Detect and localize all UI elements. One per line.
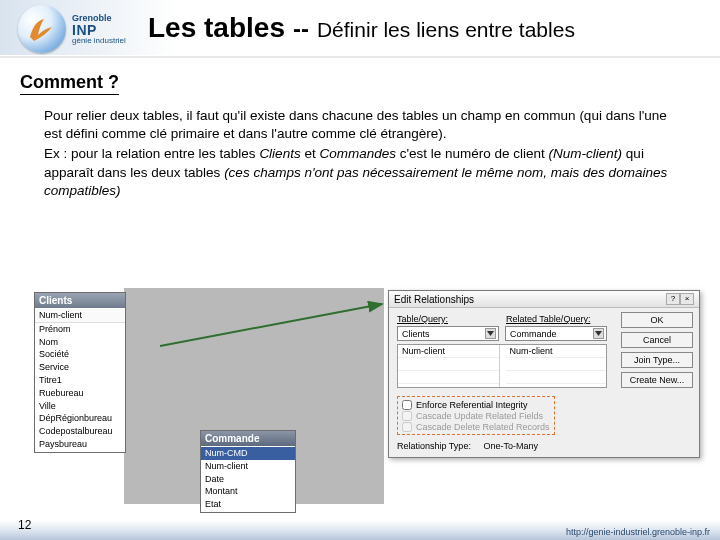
logo-icon [26, 13, 58, 45]
grid-cell-right[interactable]: Num-client [506, 345, 607, 358]
logo-text: Grenoble INP génie industriel [72, 14, 126, 45]
field-item[interactable]: Num-client [35, 309, 125, 323]
checkbox-cascade-update[interactable]: Cascade Update Related Fields [402, 411, 550, 421]
dialog-titlebar[interactable]: Edit Relationships ? × [389, 291, 699, 308]
label-table-query: Table/Query: [397, 314, 498, 324]
table-window-commande[interactable]: Commande Num-CMD Num-client Date Montant… [200, 430, 296, 513]
paragraph-1: Pour relier deux tables, il faut qu'il e… [44, 107, 680, 143]
referential-integrity-group: Enforce Referential Integrity Cascade Up… [397, 396, 555, 435]
checkbox-enforce-ri[interactable]: Enforce Referential Integrity [402, 400, 550, 410]
field-item[interactable]: Codepostalbureau [35, 425, 125, 438]
table-header-commande: Commande [201, 431, 295, 446]
logo-line2: INP [72, 23, 126, 37]
grid-cell[interactable] [506, 371, 607, 384]
field-item[interactable]: Service [35, 361, 125, 374]
dialog-title: Edit Relationships [394, 294, 474, 305]
chevron-down-icon[interactable] [485, 328, 496, 339]
section-heading: Comment ? [20, 72, 119, 95]
field-item[interactable]: Num-CMD [201, 447, 295, 460]
field-list-commande: Num-CMD Num-client Date Montant Etat [201, 446, 295, 512]
combo-left-table[interactable]: Clients [397, 326, 499, 341]
reltype-value: One-To-Many [483, 441, 538, 451]
page-number: 12 [18, 518, 31, 532]
field-item[interactable]: Num-client [201, 460, 295, 473]
paragraph-2: Ex : pour la relation entre les tables C… [44, 145, 680, 200]
body-text: Pour relier deux tables, il faut qu'il e… [44, 107, 680, 200]
footer-url: http://genie-industriel.grenoble-inp.fr [566, 527, 710, 537]
title-separator: -- [293, 15, 309, 43]
institution-logo: Grenoble INP génie industriel [18, 6, 128, 52]
close-icon[interactable]: × [680, 293, 694, 305]
window-controls: ? × [666, 293, 694, 305]
grid-cell[interactable] [506, 358, 607, 371]
header-bar: Grenoble INP génie industriel Les tables… [0, 0, 720, 58]
reltype-label: Relationship Type: [397, 441, 471, 451]
table-header-clients: Clients [35, 293, 125, 308]
label-related-table: Related Table/Query: [506, 314, 607, 324]
chevron-down-icon[interactable] [593, 328, 604, 339]
checkbox-cascade-delete[interactable]: Cascade Delete Related Records [402, 422, 550, 432]
field-item[interactable]: DépRégionbureau [35, 412, 125, 425]
grid-cell[interactable] [398, 371, 499, 384]
grid-cell-left[interactable]: Num-client [398, 345, 499, 358]
combo-labels: Table/Query: Related Table/Query: [397, 314, 607, 324]
relationship-type-row: Relationship Type: One-To-Many [397, 441, 607, 451]
ok-button[interactable]: OK [621, 312, 693, 328]
field-item[interactable]: Société [35, 348, 125, 361]
grid-cell[interactable] [398, 358, 499, 371]
field-item[interactable]: Ville [35, 400, 125, 413]
edit-relationships-dialog[interactable]: Edit Relationships ? × OK Cancel Join Ty… [388, 290, 700, 458]
logo-line3: génie industriel [72, 37, 126, 45]
field-item[interactable]: Nom [35, 336, 125, 349]
title-sub: Définir les liens entre tables [317, 18, 575, 42]
table-window-clients[interactable]: Clients Num-client Prénom Nom Société Se… [34, 292, 126, 453]
slide-title: Les tables -- Définir les liens entre ta… [148, 12, 575, 44]
logo-badge [18, 5, 66, 53]
join-type-button[interactable]: Join Type... [621, 352, 693, 368]
help-icon[interactable]: ? [666, 293, 680, 305]
diagram-area: Clients Num-client Prénom Nom Société Se… [0, 268, 720, 518]
field-item[interactable]: Paysbureau [35, 438, 125, 451]
title-main: Les tables [148, 12, 285, 44]
field-item[interactable]: Prénom [35, 323, 125, 336]
field-item[interactable]: Montant [201, 485, 295, 498]
field-item[interactable]: Date [201, 473, 295, 486]
dialog-buttons: OK Cancel Join Type... Create New... [621, 312, 693, 388]
field-list-clients: Num-client Prénom Nom Société Service Ti… [35, 308, 125, 452]
create-new-button[interactable]: Create New... [621, 372, 693, 388]
combo-right-table[interactable]: Commande [505, 326, 607, 341]
field-item[interactable]: Etat [201, 498, 295, 511]
field-mapping-grid[interactable]: Num-client Num-client [397, 344, 607, 388]
field-item[interactable]: Titre1 [35, 374, 125, 387]
cancel-button[interactable]: Cancel [621, 332, 693, 348]
field-item[interactable]: Ruebureau [35, 387, 125, 400]
